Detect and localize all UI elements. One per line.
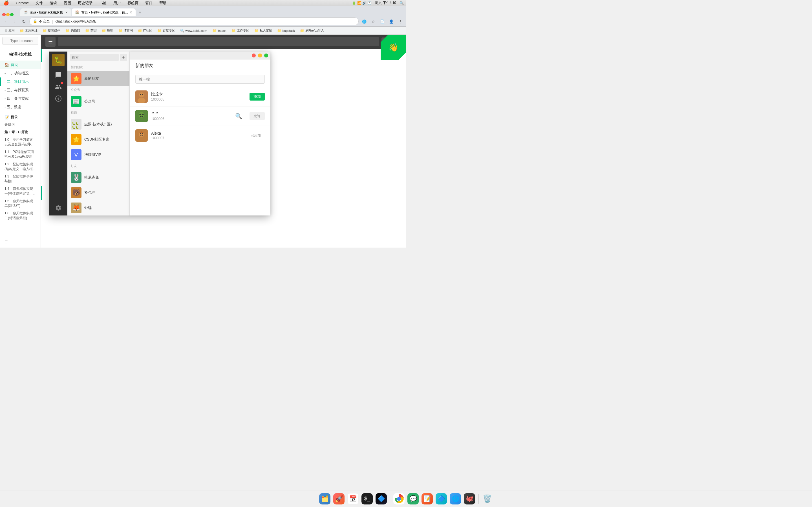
new-tab-button[interactable]: + [136,8,144,16]
account-button[interactable]: 👤 [388,18,395,25]
tab-1-close[interactable]: × [65,10,68,15]
sidebar-item-demo[interactable]: - 二、项目演示 [0,77,41,86]
url-bar[interactable]: 🔓 不安全 | chat.itstack.org/#/README [29,17,359,25]
sidebar-menu-toggle[interactable]: ☰ [0,237,41,247]
wc-chat-icon[interactable] [53,69,64,80]
bookmark-personal[interactable]: 📁 私人定制 [252,28,274,33]
add-friend-2-button[interactable]: 允许 [250,112,265,120]
bookmark-itstack[interactable]: 📁 itstack [210,28,229,33]
tab-2-close[interactable]: × [130,10,132,15]
search-input[interactable] [2,37,38,45]
wc-settings-icon[interactable] [53,203,64,213]
panel-close-btn[interactable] [252,54,256,57]
panel-min-btn[interactable] [258,54,262,57]
add-friend-1-button[interactable]: 添加 [250,93,265,101]
bookmark-work[interactable]: 📁 工作专区 [229,28,252,33]
menu-window[interactable]: 窗口 [144,1,154,6]
svg-text:🐛🐛: 🐛🐛 [72,122,79,125]
sidebar-item-1-0[interactable]: 1.0：专栏学习简述以及全套源码获取 [0,136,41,149]
sidebar-item-1-1[interactable]: 1.1：PC端微信页面拆分及JavaFx使用 [0,148,41,161]
wc-friend-1[interactable]: 🐰 哈尼克兔 [67,170,130,185]
wc-new-friends-item[interactable]: ⭐ 新的朋友 [67,71,130,86]
reload-button[interactable]: ↻ [20,18,27,25]
wc-contacts-icon[interactable] [53,81,64,92]
search-icon-menu[interactable]: 🔍 [400,1,404,5]
wc-friend-3[interactable]: 🦊 钟锤 [67,200,130,216]
bookmark-it-official[interactable]: 📁 IT官网 [116,28,135,33]
menu-chrome[interactable]: Chrome [15,1,30,5]
folder-icon-2: 📁 [43,29,47,33]
sidebar-item-1-3[interactable]: 1.3：登陆框体事件与接口 [0,173,41,185]
folder-icon-1: 📁 [20,29,24,33]
menu-bookmarks[interactable]: 书签 [98,1,108,6]
bookmark-rong[interactable]: 📁 荣街 [83,28,99,33]
sidebar-chapter1[interactable]: 第 1 章 - UI开发 [0,128,41,136]
menubar: 🍎 Chrome 文件 编辑 视图 历史记录 书签 用户 标签页 窗口 帮助 🔋… [0,0,406,6]
menu-view[interactable]: 视图 [63,1,72,6]
bookmark-it-community[interactable]: 📁 IT社区 [136,28,154,33]
bookmark-tieba[interactable]: 📁 贴吧 [100,28,116,33]
star-button[interactable]: ☆ [370,18,377,25]
sidebar-item-1-6[interactable]: 1.6：聊天框体实现二(对话聊天框) [0,210,41,222]
panel-search-input[interactable] [135,75,265,83]
sidebar-item-thanks[interactable]: - 五、致谢 [0,103,41,111]
window-maximize[interactable] [10,13,13,16]
wc-search-bar: + [67,52,130,63]
window-minimize[interactable] [6,13,10,16]
contacts-badge [61,82,63,84]
wc-discover-icon[interactable] [53,93,64,104]
bookmark-bugstack[interactable]: 📁 bugstack [275,28,297,33]
chrome-menu-button[interactable]: ⋮ [397,18,404,25]
bookmark-baidu[interactable]: 🔍 www.baidu.com [178,28,209,33]
bookmark-apps[interactable]: ⊞ 应用 [2,28,17,33]
sidebar-item-contribute[interactable]: - 四、参与贡献 [0,94,41,103]
forward-button[interactable]: › [11,18,18,25]
sidebar-item-home[interactable]: 🏠 首页 [0,61,41,69]
new-friends-avatar: ⭐ [71,73,82,84]
wc-group-1[interactable]: 🐛🐛 🐛🐛 虫洞·技术栈(1区) [67,117,130,132]
sidebar-item-overview[interactable]: - 一、功能概况 [0,69,41,77]
apple-menu[interactable]: 🍎 [2,0,10,6]
bookmark-common[interactable]: 📁 常用网址 [17,28,40,33]
menu-user[interactable]: 用户 [112,1,122,6]
sidebar-item-1-4[interactable]: 1.4：聊天框体实现一(整体结构定义、... [0,185,41,198]
menu-history[interactable]: 历史记录 [77,1,94,6]
header-menu-button[interactable]: ☰ [45,37,56,47]
panel-max-btn[interactable] [264,54,268,57]
wc-search-input[interactable] [70,54,119,61]
translate-button[interactable]: 🌐 [361,18,368,25]
menu-tabs[interactable]: 标签页 [126,1,140,6]
sidebar-item-intro[interactable]: 开篇词 [0,121,41,128]
sidebar-item-contact[interactable]: - 三、与我联系 [0,86,41,94]
new-friend-3-info: Alexa 1000007 [151,131,243,140]
sidebar-item-1-2[interactable]: 1.2：登陆框架实现(结构定义、输入框... [0,161,41,173]
bookmark-it-community-label: IT社区 [143,29,152,33]
wc-official-accounts-item[interactable]: 📰 公众号 [67,94,130,109]
tab-1[interactable]: ☕ java - bugstack虫洞栈 × [20,8,71,16]
folder-icon-4: 📁 [85,29,89,33]
folder-icon-13: 📁 [300,29,304,33]
wc-group-2[interactable]: ⭐ CSDN社区专家 [67,132,130,147]
bookmark-baidu-zone[interactable]: 📁 百度专区 [155,28,177,33]
sidebar-item-1-5[interactable]: 1.5：聊天框体实现二(对话栏) [0,198,41,210]
wc-new-friend-1: 比丘卡 1000005 添加 [130,87,270,107]
folder-icon-11: 📁 [254,29,259,33]
reader-button[interactable]: 📄 [379,18,386,25]
bookmark-media[interactable]: 📁 影音媒体 [40,28,63,33]
header-chat-input[interactable] [58,37,379,46]
bookmark-shop[interactable]: 📁 购物网 [63,28,82,33]
bookmark-firefox-import[interactable]: 📁 从Firefox导入 [298,28,326,33]
wc-add-contact-button[interactable]: + [120,54,127,61]
bookmark-shop-label: 购物网 [71,29,80,33]
tab-2[interactable]: 🏠 首页 - Netty+JavaFx实战：仿... × [71,8,136,16]
wc-friends-label: 好友 [67,162,130,170]
menu-edit[interactable]: 编辑 [49,1,58,6]
menu-help[interactable]: 帮助 [158,1,168,6]
back-button[interactable]: ‹ [2,18,9,25]
window-close[interactable] [2,13,6,16]
wc-group-3[interactable]: V 洗脚城VIP [67,147,130,162]
bookmark-common-label: 常用网址 [25,29,38,33]
wc-friend-2[interactable]: 🐻 拎包冲 [67,185,130,200]
floating-action-btn[interactable]: 👋 [380,35,406,60]
menu-file[interactable]: 文件 [35,1,44,6]
